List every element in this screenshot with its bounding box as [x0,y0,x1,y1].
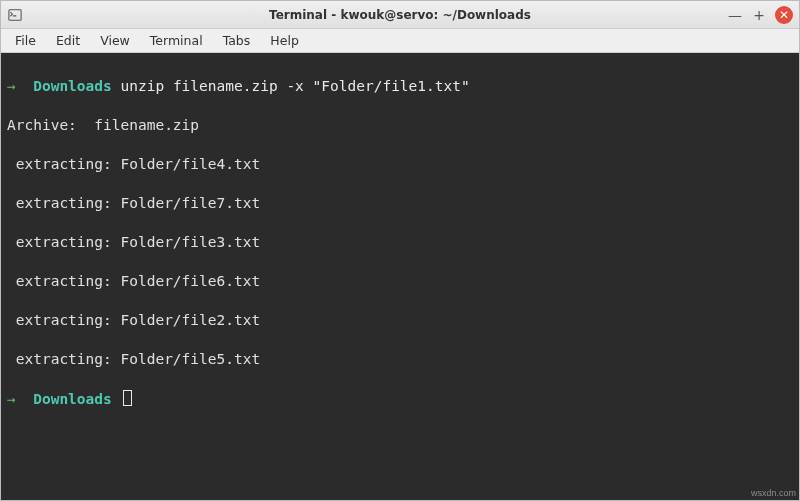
titlebar[interactable]: Terminal - kwouk@servo: ~/Downloads — + … [1,1,799,29]
prompt-arrow-icon: → [7,78,16,94]
watermark: wsxdn.com [751,488,796,498]
prompt-cwd: Downloads [33,78,112,94]
window-title: Terminal - kwouk@servo: ~/Downloads [1,8,799,22]
extract-line: extracting: Folder/file7.txt [7,194,793,214]
menu-tabs[interactable]: Tabs [213,30,261,51]
maximize-button[interactable]: + [751,7,767,23]
prompt-arrow-icon: → [7,391,16,407]
menu-help[interactable]: Help [260,30,309,51]
menu-file[interactable]: File [5,30,46,51]
prompt-line-2: → Downloads [7,390,793,410]
svg-rect-0 [9,9,21,20]
menu-view[interactable]: View [90,30,140,51]
terminal-window: Terminal - kwouk@servo: ~/Downloads — + … [0,0,800,501]
terminal-icon [7,7,23,23]
menubar: File Edit View Terminal Tabs Help [1,29,799,53]
extract-line: extracting: Folder/file5.txt [7,350,793,370]
window-controls: — + ✕ [727,6,793,24]
cursor-icon [123,390,132,406]
extract-line: extracting: Folder/file3.txt [7,233,793,253]
extract-line: extracting: Folder/file6.txt [7,272,793,292]
prompt-line-1: → Downloads unzip filename.zip -x "Folde… [7,77,793,97]
menu-edit[interactable]: Edit [46,30,90,51]
close-button[interactable]: ✕ [775,6,793,24]
terminal-output[interactable]: → Downloads unzip filename.zip -x "Folde… [1,53,799,500]
menu-terminal[interactable]: Terminal [140,30,213,51]
command-text: unzip filename.zip -x "Folder/file1.txt" [121,78,470,94]
minimize-button[interactable]: — [727,7,743,23]
extract-line: extracting: Folder/file4.txt [7,155,793,175]
prompt-cwd: Downloads [33,391,112,407]
archive-line: Archive: filename.zip [7,116,793,136]
extract-line: extracting: Folder/file2.txt [7,311,793,331]
